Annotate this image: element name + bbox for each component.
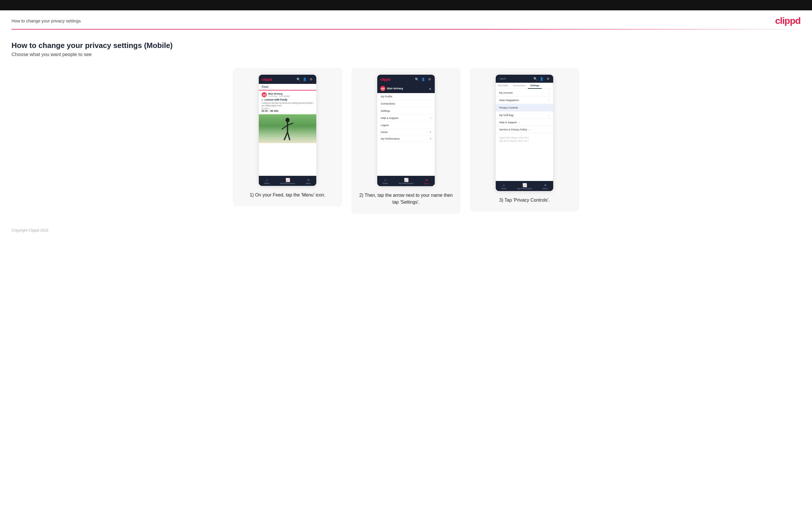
settings-icon: ⚙	[309, 77, 313, 81]
bottom-menu-3[interactable]: ≡ Menu	[543, 183, 548, 189]
menu-section-performance[interactable]: My Performance ▾	[377, 135, 435, 142]
settings-privacy-controls-label: Privacy Controls	[499, 106, 518, 109]
header-title: How to change your privacy settings	[11, 18, 81, 23]
settings-help-label: Help & Support ↗	[499, 121, 520, 124]
menu-settings-label: Settings	[381, 109, 390, 112]
bottom-close-label: Menu	[424, 183, 429, 185]
menu-expand-icon[interactable]: ▲	[428, 87, 432, 91]
steps-container: clippd 🔍 👤 ⚙ Feed BM Bl	[11, 68, 801, 214]
bottom-home-label: Home	[264, 182, 270, 184]
phone-2-body: BM Blair McHarg ▲ My Profile Connections…	[377, 84, 435, 176]
main-content: How to change your privacy settings (Mob…	[0, 30, 812, 219]
bottom-performance-label-2: My Performance	[399, 182, 413, 184]
tab-settings[interactable]: Settings	[528, 83, 542, 89]
phone-3-bottom-nav: ⌂ Home 📈 My Performance ≡ Menu	[496, 181, 553, 191]
feed-user-name: Blair McHarg	[268, 93, 313, 95]
settings-service-label: Service & Privacy Policy ↗	[499, 128, 530, 131]
feed-tab: Feed	[259, 84, 316, 91]
feed-duration-val: 01 hr : 30 min	[262, 109, 313, 112]
tab-my-profile[interactable]: My Profile	[496, 83, 511, 89]
bottom-home-label-3: Home	[501, 187, 507, 189]
video-icon: ▶	[262, 99, 263, 101]
phone-2-logo: clippd	[380, 77, 390, 81]
ext-icon-service: ↗	[528, 129, 530, 131]
tab-connections[interactable]: Connections	[511, 83, 528, 89]
home-icon: ⌂	[266, 178, 268, 182]
page-heading: How to change your privacy settings (Mob…	[11, 41, 801, 50]
settings-help-support[interactable]: Help & Support ↗	[496, 119, 553, 126]
search-icon-3: 🔍	[533, 76, 538, 81]
svg-line-5	[288, 132, 290, 140]
step-2-phone: clippd 🔍 👤 ⚙ BM Blair McHarg	[377, 75, 435, 186]
phone-3-body: My Account › Data Integrations › Privacy…	[496, 89, 553, 181]
bottom-performance-2: 📈 My Performance	[399, 178, 413, 185]
menu-item-my-profile[interactable]: My Profile	[377, 93, 435, 100]
chevron-down-icon-2: ▾	[430, 137, 431, 140]
settings-my-account[interactable]: My Account ›	[496, 89, 553, 97]
menu-item-settings[interactable]: Settings	[377, 107, 435, 115]
bottom-menu-label: Menu	[306, 182, 311, 184]
bottom-home-label-2: Home	[383, 182, 388, 184]
step-1-caption: 1) On your Feed, tap the 'Menu' icon.	[250, 191, 325, 199]
bottom-menu-label-3: Menu	[543, 187, 548, 189]
menu-user-row: BM Blair McHarg ▲	[377, 84, 435, 93]
bottom-performance-label-3: My Performance	[517, 187, 532, 189]
golf-image	[259, 114, 316, 143]
home-icon-2: ⌂	[384, 178, 387, 182]
menu-user-name: Blair McHarg	[387, 87, 403, 90]
svg-point-0	[286, 118, 290, 122]
menu-icon-3: ≡	[544, 183, 547, 187]
step-2-card: clippd 🔍 👤 ⚙ BM Blair McHarg	[351, 68, 461, 214]
search-icon: 🔍	[296, 77, 301, 81]
phone-2-icons: 🔍 👤 ⚙	[415, 77, 432, 81]
menu-avatar: BM	[380, 86, 385, 91]
version-line-2: SQL Server Version: 2022.7.30-1	[499, 139, 550, 143]
home-icon-3: ⌂	[503, 183, 505, 187]
back-link[interactable]: ‹ Back	[499, 77, 506, 80]
close-icon: ✕	[425, 178, 428, 182]
phone-1-body: Feed BM Blair McHarg Yesterday · Sunning…	[259, 84, 316, 176]
settings-privacy-controls[interactable]: Privacy Controls ›	[496, 104, 553, 111]
bottom-performance-label: My Performance	[281, 182, 295, 184]
step-3-card: ‹ Back 🔍 👤 ⚙ My Profile Connections Sett…	[470, 68, 579, 212]
menu-help-label: Help & Support	[381, 117, 398, 119]
phone-1-logo: clippd	[262, 77, 272, 81]
menu-item-logout[interactable]: Logout	[377, 122, 435, 129]
phone-1-bottom-nav: ⌂ Home 📈 My Performance ≡ Menu	[259, 176, 316, 186]
settings-icon-3: ⚙	[546, 76, 550, 81]
step-3-caption: 3) Tap 'Privacy Controls'.	[499, 197, 550, 204]
settings-icon-2: ⚙	[427, 77, 432, 81]
phone-2-bottom-nav: ⌂ Home 📈 My Performance ✕ Menu	[377, 176, 435, 186]
feed-user-sub: Yesterday · Sunningdale	[268, 95, 313, 97]
feed-avatar: BM	[262, 92, 267, 97]
ext-icon-help: ↗	[518, 121, 520, 123]
settings-tabs: My Profile Connections Settings	[496, 83, 553, 89]
step-1-card: clippd 🔍 👤 ⚙ Feed BM Bl	[233, 68, 342, 207]
performance-icon-2: 📈	[404, 178, 409, 182]
phone-1-icons: 🔍 👤 ⚙	[296, 77, 313, 81]
menu-item-help[interactable]: Help & Support ↗	[377, 115, 435, 122]
bottom-performance: 📈 My Performance	[281, 178, 295, 184]
menu-section-home[interactable]: Home ▾	[377, 129, 435, 135]
settings-my-golf-bag[interactable]: My Golf Bag ›	[496, 111, 553, 119]
feed-user-info: Blair McHarg Yesterday · Sunningdale	[268, 93, 313, 97]
user-icon-2: 👤	[421, 77, 425, 81]
phone-1-nav: clippd 🔍 👤 ⚙	[259, 75, 316, 84]
feed-post-header: BM Blair McHarg Yesterday · Sunningdale	[262, 92, 313, 97]
footer: Copyright Clippd 2022	[0, 219, 812, 238]
settings-data-integrations[interactable]: Data Integrations ›	[496, 97, 553, 104]
bottom-menu[interactable]: ≡ Menu	[306, 178, 311, 184]
bottom-home-2: ⌂ Home	[383, 178, 388, 185]
chevron-right-icon-4: ›	[549, 113, 550, 117]
menu-icon: ≡	[307, 178, 310, 182]
feed-post-title: ▶ Lesson with Fordy	[262, 98, 313, 101]
menu-item-connections[interactable]: Connections	[377, 100, 435, 107]
settings-service-privacy[interactable]: Service & Privacy Policy ↗	[496, 126, 553, 133]
bottom-close[interactable]: ✕ Menu	[424, 178, 429, 185]
chevron-right-icon-3: ›	[549, 106, 550, 109]
step-3-phone: ‹ Back 🔍 👤 ⚙ My Profile Connections Sett…	[496, 75, 553, 191]
user-icon: 👤	[303, 77, 307, 81]
step-2-caption: 2) Then, tap the arrow next to your name…	[358, 192, 454, 206]
performance-icon-3: 📈	[522, 183, 527, 187]
svg-line-3	[288, 123, 293, 125]
